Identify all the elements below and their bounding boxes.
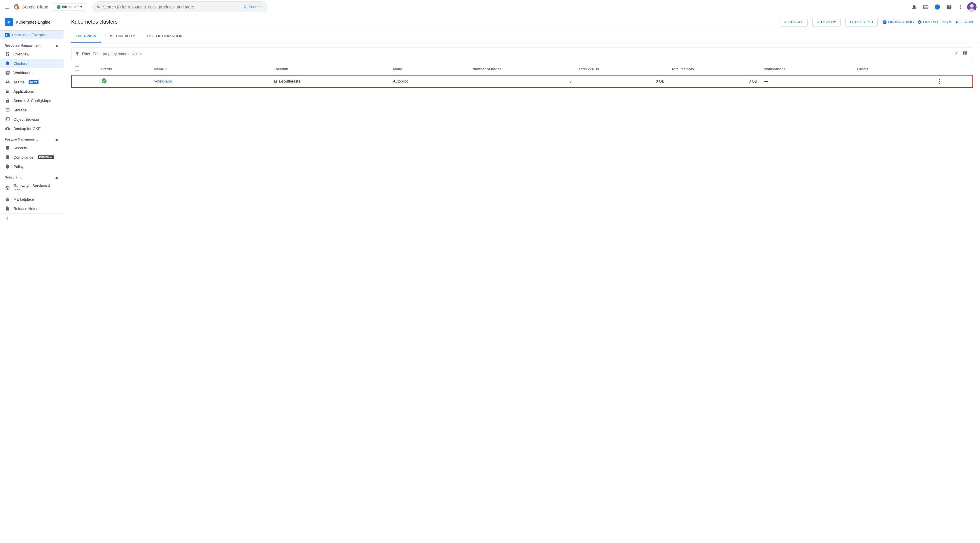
sidebar-item-teams[interactable]: Teams NEW [0,77,64,87]
tab-overview[interactable]: OVERVIEW [71,30,101,43]
teams-icon [5,79,11,84]
resource-management-collapse[interactable]: ▲ [54,43,59,48]
refresh-button[interactable]: ↻ REFRESH [845,18,877,27]
operations-btn[interactable]: OPERATIONS ▾ [917,20,951,24]
row-memory-value: 0 GB [749,79,757,83]
create-button[interactable]: + CREATE [780,18,808,27]
sidebar-item-policy[interactable]: Policy [0,162,64,171]
table-header: Status Name ↑ Location Mode [71,64,973,75]
posture-management-collapse[interactable]: ▲ [54,137,59,142]
sidebar-header: ⎈ Kubernetes Engine [0,14,64,31]
select-all-checkbox[interactable] [75,67,79,71]
onboarding-btn[interactable]: ONBOARDING [882,20,914,24]
col-header-memory: Total memory [668,64,760,75]
filter-label: Filter [82,52,91,56]
col-header-notifications: Notifications [760,64,853,75]
page-title: Kubernetes clusters [71,19,775,25]
help-icon-btn[interactable] [944,2,955,12]
sidebar-item-security[interactable]: Security [0,143,64,152]
storage-icon [5,108,11,112]
sidebar-item-policy-label: Policy [13,165,24,169]
row-vcpus-cell: 0 GB [575,75,668,88]
columns-icon[interactable] [961,49,969,58]
networking-label: Networking [5,176,22,179]
sidebar-item-secrets[interactable]: Secrets & ConfigMaps [0,96,64,105]
sidebar-item-storage[interactable]: Storage [0,105,64,114]
col-header-actions [933,64,973,75]
notifications-icon-btn[interactable] [909,2,920,12]
sidebar-item-overview-label: Overview [13,52,29,56]
sidebar-item-compliance[interactable]: Compliance PREVIEW [0,152,64,162]
sidebar-collapse-btn[interactable] [0,213,64,223]
status-green-icon [101,78,107,84]
more-icon-btn[interactable] [956,2,966,12]
enterprise-banner[interactable]: E Learn about Enterprise [0,31,64,40]
col-header-vcpus: Total vCPUs [575,64,668,75]
project-selector[interactable]: lab-server ▾ [53,3,86,11]
sidebar-item-security-label: Security [13,146,27,150]
col-header-name[interactable]: Name ↑ [151,64,270,75]
row-checkbox[interactable] [75,79,79,83]
tabs-bar: OVERVIEW OBSERVABILITY COST OPTIMIZATION [64,30,980,43]
help-filter-icon[interactable]: ? [953,50,959,57]
sidebar-item-marketplace-label: Marketplace [13,197,34,202]
col-header-nodes: Number of nodes [469,64,575,75]
compliance-preview-badge: PREVIEW [38,156,54,159]
google-logo-icon [13,4,20,10]
sidebar-item-object-browser[interactable]: Object Browser [0,114,64,124]
sidebar-item-backup-label: Backup for GKE [13,127,41,131]
row-location-value: asia-southeast1 [274,79,301,83]
resource-management-section: Resource Management ▲ [0,40,64,49]
notification-badge-btn[interactable]: 3 [932,2,943,12]
sidebar-item-workloads[interactable]: Workloads [0,68,64,77]
learn-btn[interactable]: LEARN [955,20,973,24]
content-area: Kubernetes clusters + CREATE + DEPLOY ↻ … [64,14,980,543]
sidebar-item-object-browser-label: Object Browser [13,117,40,122]
hamburger-icon[interactable]: ☰ [3,2,11,12]
sidebar-item-marketplace[interactable]: Marketplace [0,195,64,204]
tab-cost-optimization[interactable]: COST OPTIMIZATION [140,30,187,43]
row-notifications-value: — [764,79,768,83]
search-button-label: Search [248,5,261,9]
refresh-label: REFRESH [855,20,873,24]
sidebar-item-overview[interactable]: Overview [0,49,64,59]
deploy-label: DEPLOY [821,20,837,24]
terminal-icon-btn[interactable] [921,2,931,12]
sidebar-item-backup[interactable]: Backup for GKE [0,124,64,133]
filter-input[interactable] [93,52,951,56]
sidebar-item-release-notes[interactable]: Release Notes [0,204,64,213]
sidebar-item-clusters[interactable]: Clusters [0,59,64,68]
object-browser-icon [5,117,11,122]
policy-icon [5,164,11,169]
row-more-icon[interactable]: ⋮ [937,78,942,84]
svg-point-0 [57,5,60,9]
col-header-location: Location [270,64,390,75]
sidebar-item-teams-label: Teams [13,80,24,84]
gateways-icon [5,186,11,190]
networking-collapse[interactable]: ▲ [54,175,59,180]
sidebar-item-applications[interactable]: Applications [0,87,64,96]
sidebar-item-storage-label: Storage [13,108,27,112]
top-nav-icons: 3 [909,2,977,12]
tab-cost-optimization-label: COST OPTIMIZATION [145,34,183,38]
sidebar-title: Kubernetes Engine [16,20,51,24]
kubernetes-engine-icon: ⎈ [5,18,13,26]
cluster-name-link[interactable]: voting-app [154,79,172,83]
refresh-icon: ↻ [850,20,853,24]
sidebar-item-gateways-label: Gateways, Services & Ingr... [13,183,59,192]
deploy-button[interactable]: + DEPLOY [812,18,841,27]
tab-observability[interactable]: OBSERVABILITY [101,30,140,43]
col-header-mode: Mode [390,64,469,75]
sidebar-item-gateways[interactable]: Gateways, Services & Ingr... [0,181,64,195]
search-bar-icon [97,5,100,10]
table-body: voting-app asia-southeast1 Autopilot 0 0 [71,75,973,88]
sidebar-item-workloads-label: Workloads [13,71,31,75]
search-input[interactable] [103,5,239,10]
table-area: Filter ? Status [64,43,980,543]
user-avatar[interactable] [967,2,977,12]
google-cloud-logo: Google Cloud [13,4,48,10]
sidebar-item-applications-label: Applications [13,89,34,94]
search-button[interactable]: Search [241,3,263,10]
posture-management-label: Posture Management [5,138,38,141]
clusters-icon [5,61,11,66]
